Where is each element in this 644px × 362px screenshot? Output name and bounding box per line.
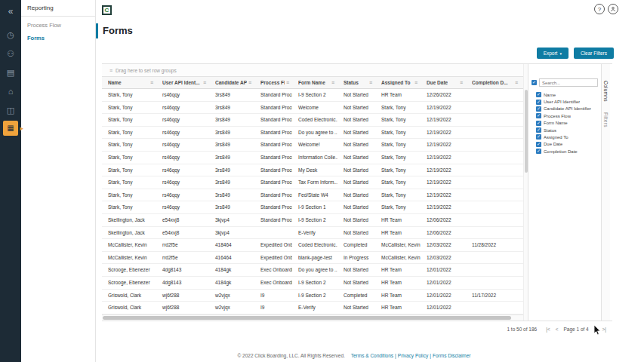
table-cell: Stark, Tony — [102, 139, 156, 151]
footer-link-terms-conditions[interactable]: Terms & Conditions — [351, 353, 393, 358]
table-cell: blank-page-test — [292, 252, 337, 264]
table-cell — [466, 127, 521, 139]
column-header-process-flow[interactable]: Process Flow≡ — [254, 77, 292, 88]
user-menu-button[interactable] — [608, 4, 618, 14]
table-row[interactable]: Stark, Tonyrs46qqy3rs849Standard Proces.… — [102, 139, 523, 152]
vertical-scrollbar-thumb[interactable] — [525, 90, 528, 173]
column-menu-icon[interactable]: ≡ — [369, 80, 372, 85]
column-menu-icon[interactable]: ≡ — [248, 80, 251, 85]
table-cell: McCallister, Kevin — [375, 252, 421, 264]
column-header-status[interactable]: Status≡ — [337, 77, 375, 88]
table-cell: Standard Proces... — [254, 89, 292, 101]
export-label: Export — [544, 51, 558, 56]
column-toggle-status[interactable]: ✓Status — [528, 127, 601, 133]
checkbox-checked-icon[interactable]: ✓ — [536, 121, 541, 126]
table-row[interactable]: Stark, Tonyrs46qqy3rs849Standard Proces.… — [102, 152, 523, 164]
table-row[interactable]: McCallister, Kevinrrd2f5e416464Expedited… — [102, 252, 523, 265]
horizontal-scrollbar[interactable] — [102, 314, 523, 321]
table-cell: McCallister, Kevin — [102, 252, 156, 264]
prev-page-button[interactable]: < — [556, 327, 559, 332]
table-cell: 12/19/2022 — [421, 139, 466, 151]
table-row[interactable]: Stark, Tonyrs46qqy3rs849Standard Proces.… — [102, 114, 523, 127]
column-menu-icon[interactable]: ≡ — [203, 80, 206, 85]
table-row[interactable]: Scrooge, Ebenezer4dg81434184gkExec Onboa… — [102, 277, 523, 290]
table-cell: Skellington, Jack — [102, 227, 156, 239]
footer-link-privacy-policy[interactable]: Privacy Policy — [398, 353, 428, 358]
column-menu-icon[interactable]: ≡ — [286, 80, 289, 85]
table-row[interactable]: Skellington, Jacke54xvj83kjvp4Standard P… — [102, 214, 523, 227]
column-header-name[interactable]: Name≡ — [102, 77, 156, 88]
column-header-candidate-api[interactable]: Candidate API...≡ — [209, 77, 254, 88]
column-menu-icon[interactable]: ≡ — [414, 80, 418, 85]
table-row[interactable]: Stark, Tonyrs46qqy3rs849Standard Proces.… — [102, 201, 523, 214]
help-button[interactable]: ? — [594, 4, 605, 14]
collapse-sidebar-icon[interactable]: « — [0, 3, 21, 20]
table-row[interactable]: Stark, Tonyrs46qqy3rs849Standard Proces.… — [102, 102, 523, 115]
table-row[interactable]: Griswold, Clarkwj6f288w2vjqxI9E-VerifyNo… — [102, 302, 523, 314]
table-row[interactable]: Scrooge, Ebenezer4dg81434184gkExec Onboa… — [102, 264, 523, 277]
columns-tool-panel: ✓ ✓Name✓User API Identifier✓Candidate AP… — [528, 64, 601, 321]
column-toggle-assigned-to[interactable]: ✓Assigned To — [528, 133, 601, 140]
sidebar-item-process-flow[interactable]: Process Flow — [21, 17, 95, 29]
checkbox-checked-icon[interactable]: ✓ — [536, 100, 541, 105]
checkbox-checked-icon[interactable]: ✓ — [536, 149, 541, 154]
forms-icon[interactable]: ▤ — [0, 64, 21, 81]
checkbox-checked-icon[interactable]: ✓ — [536, 134, 541, 140]
table-cell: Not Started — [337, 264, 375, 276]
reporting-icon[interactable]: ▦ — [3, 121, 18, 136]
column-header-form-name[interactable]: Form Name≡ — [292, 77, 337, 88]
company-icon[interactable]: ⌂ — [0, 83, 21, 100]
footer-link-forms-disclaimer[interactable]: Forms Disclaimer — [433, 353, 471, 358]
select-all-columns-checkbox[interactable]: ✓ — [532, 80, 537, 85]
table-row[interactable]: Stark, Tonyrs46qqy3rs849Standard Proces.… — [102, 164, 523, 177]
checkbox-checked-icon[interactable]: ✓ — [536, 106, 541, 112]
checkbox-checked-icon[interactable]: ✓ — [536, 127, 541, 133]
column-menu-icon[interactable]: ≡ — [331, 80, 334, 85]
process-flow-icon[interactable]: ◷ — [0, 26, 21, 43]
column-toggle-candidate-api-identifier[interactable]: ✓Candidate API Identifier — [528, 106, 601, 112]
column-toggle-form-name[interactable]: ✓Form Name — [528, 120, 601, 127]
table-row[interactable]: Stark, Tonyrs46qqy3rs849Standard Proces.… — [102, 89, 523, 102]
first-page-button[interactable]: |< — [546, 327, 550, 332]
table-cell: Welcome — [292, 102, 337, 114]
column-header-due-date[interactable]: Due Date≡ — [421, 77, 466, 88]
checkbox-checked-icon[interactable]: ✓ — [536, 113, 541, 118]
next-page-button[interactable]: > — [594, 327, 597, 332]
table-row[interactable]: Griswold, Clarkwj6f288w2vjqxI9I-9 Sectio… — [102, 290, 523, 302]
clear-filters-button[interactable]: Clear Filters — [574, 48, 614, 59]
checkbox-checked-icon[interactable]: ✓ — [536, 142, 541, 147]
column-menu-icon[interactable]: ≡ — [460, 80, 463, 85]
table-row[interactable]: Stark, Tonyrs46qqy3rs849Standard Proces.… — [102, 127, 523, 140]
table-cell: Tax Form Inform... — [292, 176, 337, 189]
column-toggle-due-date[interactable]: ✓Due Date — [528, 141, 601, 148]
column-toggle-name[interactable]: ✓Name — [528, 91, 601, 98]
tab-filters[interactable]: Filters — [603, 112, 609, 127]
table-row[interactable]: Skellington, Jacke54xvj83kjvp4E-VerifyNo… — [102, 227, 523, 240]
column-header-assigned-to[interactable]: Assigned To≡ — [375, 77, 421, 88]
sidebar-item-forms[interactable]: Forms — [21, 29, 95, 42]
column-header-completion-d[interactable]: Completion D...≡ — [466, 77, 521, 88]
row-group-dropzone[interactable]: ≡ Drag here to set row groups — [102, 64, 523, 77]
horizontal-scrollbar-thumb[interactable] — [103, 316, 511, 320]
column-menu-icon[interactable]: ≡ — [515, 80, 518, 85]
forms-grid: ≡ Drag here to set row groups Name≡User … — [102, 63, 612, 321]
column-toggle-process-flow[interactable]: ✓Process Flow — [528, 112, 601, 119]
last-page-button[interactable]: >| — [602, 327, 606, 332]
people-icon[interactable]: ⚇ — [0, 45, 21, 62]
columns-search-input[interactable] — [539, 78, 598, 87]
table-row[interactable]: Stark, Tonyrs46qqy3rs849Standard Proces.… — [102, 189, 523, 202]
table-row[interactable]: McCallister, Kevinrrd2f5e418464Expedited… — [102, 239, 523, 252]
export-button[interactable]: Export ▾ — [537, 48, 569, 59]
vertical-scrollbar[interactable] — [523, 64, 528, 321]
column-toggle-completion-date[interactable]: ✓Completion Date — [528, 148, 601, 155]
column-toggle-user-api-identifier[interactable]: ✓User API Identifier — [528, 98, 601, 105]
column-menu-icon[interactable]: ≡ — [150, 80, 153, 85]
workspace-icon[interactable]: ◫ — [0, 102, 21, 118]
column-header-user-api-ident[interactable]: User API Ident...≡ — [156, 77, 209, 88]
app-rail: «◷⚇▤⌂◫▦ — [0, 0, 21, 362]
table-cell — [254, 227, 292, 239]
table-row[interactable]: Stark, Tonyrs46qqy3rs849Standard Proces.… — [102, 176, 523, 189]
table-cell: 3rs849 — [209, 152, 254, 164]
tab-columns[interactable]: Columns — [603, 81, 609, 102]
checkbox-checked-icon[interactable]: ✓ — [536, 92, 541, 97]
